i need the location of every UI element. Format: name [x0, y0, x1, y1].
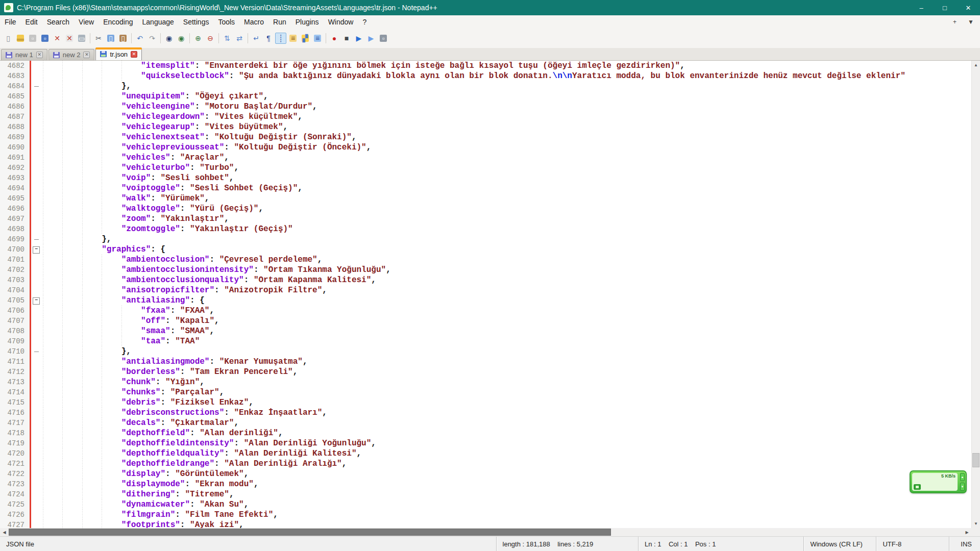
fold-margin[interactable]	[31, 346, 41, 357]
code-line[interactable]: 4719 "depthoffieldintensity": "Alan Deri…	[0, 438, 971, 448]
fold-margin[interactable]	[31, 214, 41, 224]
replace-icon[interactable]: ◉	[176, 33, 187, 44]
document-map-icon[interactable]: ▞	[300, 33, 311, 44]
fold-margin[interactable]	[31, 193, 41, 204]
open-file-icon[interactable]: ▬	[15, 33, 26, 44]
sync-vertical-icon[interactable]: ⇅	[222, 33, 233, 44]
code-line[interactable]: 4690 "vehiclepreviousseat": "Koltuğu Değ…	[0, 142, 971, 153]
fold-margin[interactable]	[31, 275, 41, 285]
code-line[interactable]: 4718 "depthoffield": "Alan derinliği",	[0, 428, 971, 438]
fold-margin[interactable]	[31, 306, 41, 316]
menu-item-plugins[interactable]: Plugins	[291, 16, 324, 28]
menu-item-macro[interactable]: Macro	[239, 16, 268, 28]
fold-margin[interactable]	[31, 326, 41, 336]
macro-record-icon[interactable]: ●	[329, 33, 340, 44]
fold-margin[interactable]	[31, 489, 41, 499]
fold-margin[interactable]	[31, 255, 41, 265]
fold-margin[interactable]	[31, 397, 41, 408]
macro-stop-icon[interactable]: ■	[341, 33, 352, 44]
code-line[interactable]: 4709 "taa": "TAA"	[0, 336, 971, 346]
word-wrap-icon[interactable]: ↵	[251, 33, 262, 44]
tab-new-1[interactable]: new 1 ✕	[1, 49, 47, 60]
fold-margin[interactable]	[31, 387, 41, 397]
menu-item-?[interactable]: ?	[358, 16, 371, 28]
document-list-icon[interactable]: ≡	[312, 33, 323, 44]
menu-item-window[interactable]: Window	[324, 16, 358, 28]
fold-margin[interactable]	[31, 367, 41, 377]
code-line[interactable]: 4723 "displaymode": "Ekran modu",	[0, 479, 971, 489]
widget-down-button[interactable]: ▼	[960, 483, 965, 491]
menu-item-view[interactable]: View	[74, 16, 99, 28]
scroll-up-arrow-icon[interactable]: ▲	[972, 61, 980, 69]
function-list-icon[interactable]: ≡	[287, 33, 299, 44]
close-all-icon[interactable]: ✕	[64, 33, 75, 44]
close-button[interactable]: ✕	[957, 0, 980, 15]
tab-tr.json[interactable]: tr.json ✕	[95, 47, 142, 60]
fold-margin[interactable]	[31, 438, 41, 448]
fold-margin[interactable]	[31, 295, 41, 306]
paste-icon[interactable]: ▯	[117, 33, 129, 44]
code-line[interactable]: 4704 "anisotropicfilter": "Anizotropik F…	[0, 285, 971, 295]
code-line[interactable]: 4710 },	[0, 346, 971, 357]
code-line[interactable]: 4706 "fxaa": "FXAA",	[0, 306, 971, 316]
fold-margin[interactable]	[31, 163, 41, 173]
code-line[interactable]: 4716 "debrisconstructions": "Enkaz İnşaa…	[0, 408, 971, 418]
new-file-icon[interactable]: ▯	[3, 33, 14, 44]
vertical-scroll-thumb[interactable]	[972, 453, 979, 467]
fold-margin[interactable]	[31, 61, 41, 71]
code-line[interactable]: 4726 "filmgrain": "Film Tane Efekti",	[0, 510, 971, 520]
macro-run-multiple-icon[interactable]: ▶	[365, 33, 377, 44]
fold-margin[interactable]	[31, 499, 41, 510]
cut-icon[interactable]: ✂	[93, 33, 104, 44]
fold-margin[interactable]	[31, 112, 41, 122]
code-line[interactable]: 4693 "voip": "Sesli sohbet",	[0, 173, 971, 183]
status-eol-format[interactable]: Windows (CR LF)	[803, 537, 876, 551]
code-line[interactable]: 4714 "chunks": "Parçalar",	[0, 387, 971, 397]
widget-up-button[interactable]: ▲	[960, 473, 965, 481]
fold-margin[interactable]	[31, 316, 41, 326]
fold-margin[interactable]	[31, 183, 41, 193]
code-line[interactable]: 4721 "depthoffieldrange": "Alan Derinliğ…	[0, 459, 971, 469]
code-line[interactable]: 4689 "vehiclenextseat": "Koltuğu Değişti…	[0, 132, 971, 142]
horizontal-scroll-thumb[interactable]	[9, 529, 611, 536]
fold-margin[interactable]	[31, 479, 41, 489]
sync-horizontal-icon[interactable]: ⇄	[234, 33, 245, 44]
fold-margin[interactable]	[31, 418, 41, 428]
menu-item-language[interactable]: Language	[138, 16, 179, 28]
fold-margin[interactable]	[31, 224, 41, 234]
scroll-right-arrow-icon[interactable]: ▶	[963, 528, 971, 536]
fold-margin[interactable]	[31, 102, 41, 112]
fold-margin[interactable]	[31, 377, 41, 387]
horizontal-scrollbar[interactable]: ◀ ▶	[0, 528, 971, 536]
menu-item-settings[interactable]: Settings	[179, 16, 214, 28]
status-insert-mode[interactable]: INS	[949, 537, 980, 551]
code-line[interactable]: 4713 "chunk": "Yığın",	[0, 377, 971, 387]
indent-guide-icon[interactable]: ┊	[275, 33, 286, 44]
fold-margin[interactable]	[31, 204, 41, 214]
code-line[interactable]: 4707 "off": "Kapalı",	[0, 316, 971, 326]
redo-icon[interactable]: ↷	[146, 33, 158, 44]
tab-list-dropdown-button[interactable]: ▼	[966, 17, 976, 27]
fold-margin[interactable]	[31, 81, 41, 91]
code-line[interactable]: 4687 "vehiclegeardown": "Vites küçültmek…	[0, 112, 971, 122]
fold-margin[interactable]	[31, 91, 41, 102]
macro-save-icon[interactable]: ▫	[378, 33, 389, 44]
code-line[interactable]: 4685 "unequipitem": "Öğeyi çıkart",	[0, 91, 971, 102]
fold-margin[interactable]	[31, 408, 41, 418]
fold-margin[interactable]	[31, 469, 41, 479]
code-line[interactable]: 4725 "dynamicwater": "Akan Su",	[0, 499, 971, 510]
code-line[interactable]: 4724 "dithering": "Titreme",	[0, 489, 971, 499]
code-line[interactable]: 4688 "vehiclegearup": "Vites büyütmek",	[0, 122, 971, 132]
save-icon[interactable]: ▫	[27, 33, 38, 44]
fold-margin[interactable]	[31, 336, 41, 346]
macro-play-icon[interactable]: ▶	[353, 33, 364, 44]
code-line[interactable]: 4702 "ambientocclusionintensity": "Ortam…	[0, 265, 971, 275]
fold-margin[interactable]	[31, 285, 41, 295]
code-line[interactable]: 4684 },	[0, 81, 971, 91]
code-line[interactable]: 4696 "walktoggle": "Yürü (Geçiş)",	[0, 204, 971, 214]
fold-margin[interactable]	[31, 142, 41, 153]
menu-item-search[interactable]: Search	[42, 16, 74, 28]
code-line[interactable]: 4711 "antialiasingmode": "Kenar Yumuşatm…	[0, 357, 971, 367]
code-line[interactable]: 4715 "debris": "Fiziksel Enkaz",	[0, 397, 971, 408]
code-line[interactable]: 4695 "walk": "Yürümek",	[0, 193, 971, 204]
